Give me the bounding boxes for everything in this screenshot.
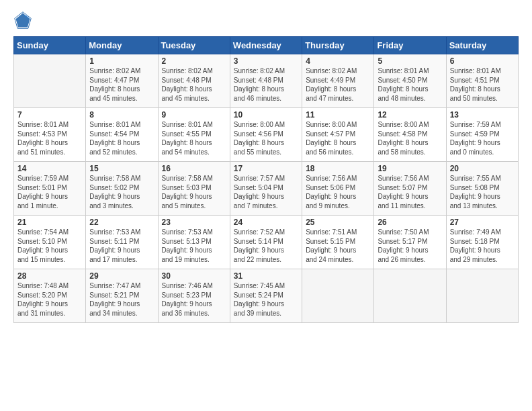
day-number: 16 (162, 164, 226, 173)
calendar-cell: 16Sunrise: 7:58 AM Sunset: 5:03 PM Dayli… (158, 162, 230, 216)
day-number: 2 (162, 56, 226, 66)
calendar-cell: 18Sunrise: 7:56 AM Sunset: 5:06 PM Dayli… (302, 162, 374, 216)
cell-info: Sunrise: 8:02 AM Sunset: 4:48 PM Dayligh… (162, 66, 226, 103)
calendar-cell: 20Sunrise: 7:55 AM Sunset: 5:08 PM Dayli… (446, 162, 518, 216)
day-number: 22 (89, 218, 154, 227)
calendar-cell: 17Sunrise: 7:57 AM Sunset: 5:04 PM Dayli… (230, 162, 302, 216)
cell-info: Sunrise: 7:47 AM Sunset: 5:21 PM Dayligh… (89, 281, 154, 318)
header (13, 11, 519, 30)
day-number: 24 (234, 218, 298, 227)
cell-info: Sunrise: 8:01 AM Sunset: 4:51 PM Dayligh… (450, 66, 515, 103)
day-number: 12 (378, 110, 442, 120)
cell-info: Sunrise: 8:01 AM Sunset: 4:54 PM Dayligh… (89, 120, 154, 156)
calendar-cell: 27Sunrise: 7:49 AM Sunset: 5:18 PM Dayli… (446, 216, 518, 269)
day-number: 26 (378, 218, 442, 227)
weekday-header-thursday: Thursday (302, 37, 374, 54)
cell-info: Sunrise: 7:58 AM Sunset: 5:02 PM Dayligh… (89, 174, 154, 210)
calendar-cell (14, 54, 86, 108)
cell-info: Sunrise: 8:01 AM Sunset: 4:55 PM Dayligh… (162, 120, 226, 156)
calendar-cell: 4Sunrise: 8:02 AM Sunset: 4:49 PM Daylig… (302, 54, 374, 108)
calendar-cell: 26Sunrise: 7:50 AM Sunset: 5:17 PM Dayli… (374, 216, 446, 269)
day-number: 30 (162, 271, 226, 281)
calendar-cell: 24Sunrise: 7:52 AM Sunset: 5:14 PM Dayli… (230, 216, 302, 269)
calendar-cell: 6Sunrise: 8:01 AM Sunset: 4:51 PM Daylig… (446, 54, 518, 108)
week-row-2: 7Sunrise: 8:01 AM Sunset: 4:53 PM Daylig… (14, 108, 519, 162)
calendar-cell: 14Sunrise: 7:59 AM Sunset: 5:01 PM Dayli… (14, 162, 86, 216)
cell-info: Sunrise: 7:49 AM Sunset: 5:18 PM Dayligh… (450, 228, 515, 264)
day-number: 28 (17, 271, 82, 281)
day-number: 29 (89, 271, 154, 281)
calendar-cell: 23Sunrise: 7:53 AM Sunset: 5:13 PM Dayli… (158, 216, 230, 269)
week-row-5: 28Sunrise: 7:48 AM Sunset: 5:20 PM Dayli… (14, 269, 519, 323)
calendar-cell: 8Sunrise: 8:01 AM Sunset: 4:54 PM Daylig… (86, 108, 158, 162)
calendar-cell: 28Sunrise: 7:48 AM Sunset: 5:20 PM Dayli… (14, 269, 86, 323)
week-row-3: 14Sunrise: 7:59 AM Sunset: 5:01 PM Dayli… (14, 162, 519, 216)
cell-info: Sunrise: 7:53 AM Sunset: 5:13 PM Dayligh… (162, 228, 226, 264)
cell-info: Sunrise: 8:02 AM Sunset: 4:47 PM Dayligh… (89, 66, 154, 103)
day-number: 19 (378, 164, 442, 173)
cell-info: Sunrise: 8:02 AM Sunset: 4:48 PM Dayligh… (234, 66, 298, 103)
cell-info: Sunrise: 8:00 AM Sunset: 4:57 PM Dayligh… (306, 120, 370, 156)
calendar-cell: 31Sunrise: 7:45 AM Sunset: 5:24 PM Dayli… (230, 269, 302, 323)
day-number: 7 (17, 110, 82, 120)
calendar-cell: 2Sunrise: 8:02 AM Sunset: 4:48 PM Daylig… (158, 54, 230, 108)
day-number: 25 (306, 218, 370, 227)
cell-info: Sunrise: 8:01 AM Sunset: 4:50 PM Dayligh… (378, 66, 442, 103)
cell-info: Sunrise: 7:56 AM Sunset: 5:06 PM Dayligh… (306, 174, 370, 210)
cell-info: Sunrise: 7:51 AM Sunset: 5:15 PM Dayligh… (306, 228, 370, 264)
calendar-cell: 12Sunrise: 8:00 AM Sunset: 4:58 PM Dayli… (374, 108, 446, 162)
calendar-cell: 13Sunrise: 7:59 AM Sunset: 4:59 PM Dayli… (446, 108, 518, 162)
day-number: 11 (306, 110, 370, 120)
calendar-cell: 19Sunrise: 7:56 AM Sunset: 5:07 PM Dayli… (374, 162, 446, 216)
calendar-cell (374, 269, 446, 323)
day-number: 10 (234, 110, 298, 120)
cell-info: Sunrise: 7:55 AM Sunset: 5:08 PM Dayligh… (450, 174, 515, 210)
day-number: 9 (162, 110, 226, 120)
day-number: 15 (89, 164, 154, 173)
weekday-header-tuesday: Tuesday (158, 37, 230, 54)
cell-info: Sunrise: 7:46 AM Sunset: 5:23 PM Dayligh… (162, 281, 226, 318)
logo-icon (13, 11, 32, 30)
day-number: 17 (234, 164, 298, 173)
cell-info: Sunrise: 7:59 AM Sunset: 5:01 PM Dayligh… (17, 174, 82, 210)
cell-info: Sunrise: 7:45 AM Sunset: 5:24 PM Dayligh… (234, 281, 298, 318)
day-number: 13 (450, 110, 515, 120)
cell-info: Sunrise: 7:54 AM Sunset: 5:10 PM Dayligh… (17, 228, 82, 264)
calendar-cell: 21Sunrise: 7:54 AM Sunset: 5:10 PM Dayli… (14, 216, 86, 269)
weekday-header-monday: Monday (86, 37, 158, 54)
cell-info: Sunrise: 8:02 AM Sunset: 4:49 PM Dayligh… (306, 66, 370, 103)
day-number: 27 (450, 218, 515, 227)
calendar-cell: 25Sunrise: 7:51 AM Sunset: 5:15 PM Dayli… (302, 216, 374, 269)
calendar-cell: 22Sunrise: 7:53 AM Sunset: 5:11 PM Dayli… (86, 216, 158, 269)
page: SundayMondayTuesdayWednesdayThursdayFrid… (0, 0, 532, 411)
calendar-cell: 11Sunrise: 8:00 AM Sunset: 4:57 PM Dayli… (302, 108, 374, 162)
day-number: 1 (89, 56, 154, 66)
weekday-header-saturday: Saturday (446, 37, 518, 54)
cell-info: Sunrise: 7:53 AM Sunset: 5:11 PM Dayligh… (89, 228, 154, 264)
calendar-cell: 7Sunrise: 8:01 AM Sunset: 4:53 PM Daylig… (14, 108, 86, 162)
calendar-cell: 15Sunrise: 7:58 AM Sunset: 5:02 PM Dayli… (86, 162, 158, 216)
cell-info: Sunrise: 7:50 AM Sunset: 5:17 PM Dayligh… (378, 228, 442, 264)
day-number: 21 (17, 218, 82, 227)
cell-info: Sunrise: 7:57 AM Sunset: 5:04 PM Dayligh… (234, 174, 298, 210)
cell-info: Sunrise: 7:56 AM Sunset: 5:07 PM Dayligh… (378, 174, 442, 210)
calendar-cell: 5Sunrise: 8:01 AM Sunset: 4:50 PM Daylig… (374, 54, 446, 108)
weekday-header-row: SundayMondayTuesdayWednesdayThursdayFrid… (14, 37, 519, 54)
cell-info: Sunrise: 7:52 AM Sunset: 5:14 PM Dayligh… (234, 228, 298, 264)
calendar-cell: 30Sunrise: 7:46 AM Sunset: 5:23 PM Dayli… (158, 269, 230, 323)
weekday-header-sunday: Sunday (14, 37, 86, 54)
day-number: 3 (234, 56, 298, 66)
svg-marker-0 (16, 13, 30, 28)
calendar-table: SundayMondayTuesdayWednesdayThursdayFrid… (13, 36, 519, 323)
day-number: 31 (234, 271, 298, 281)
day-number: 4 (306, 56, 370, 66)
cell-info: Sunrise: 8:00 AM Sunset: 4:58 PM Dayligh… (378, 120, 442, 156)
day-number: 6 (450, 56, 515, 66)
cell-info: Sunrise: 7:58 AM Sunset: 5:03 PM Dayligh… (162, 174, 226, 210)
day-number: 23 (162, 218, 226, 227)
calendar-cell: 9Sunrise: 8:01 AM Sunset: 4:55 PM Daylig… (158, 108, 230, 162)
day-number: 20 (450, 164, 515, 173)
day-number: 14 (17, 164, 82, 173)
calendar-cell (446, 269, 518, 323)
cell-info: Sunrise: 8:00 AM Sunset: 4:56 PM Dayligh… (234, 120, 298, 156)
